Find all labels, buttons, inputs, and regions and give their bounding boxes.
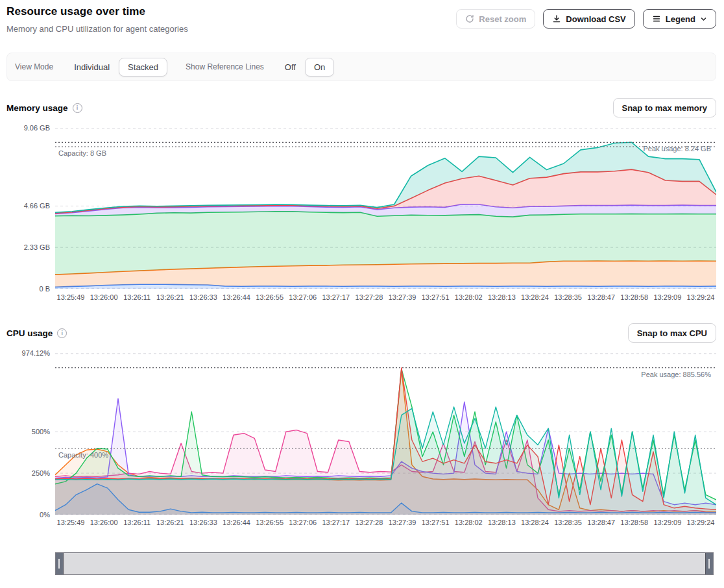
- memory-section-header: Memory usage Snap to max memory: [6, 98, 716, 117]
- x-axis-tick-label: 13:28:47: [587, 519, 615, 526]
- x-axis-tick-label: 13:27:17: [322, 519, 350, 526]
- memory-info-icon[interactable]: [73, 103, 82, 113]
- x-axis-tick-label: 13:27:28: [356, 519, 383, 526]
- y-axis-tick-label: 250%: [32, 469, 50, 477]
- x-axis-tick-label: 13:29:24: [687, 293, 715, 301]
- view-mode-stacked-option[interactable]: Stacked: [119, 58, 167, 77]
- x-axis-tick-label: 13:28:24: [521, 293, 549, 301]
- x-axis-tick-label: 13:27:51: [422, 519, 450, 526]
- view-mode-individual-option[interactable]: Individual: [65, 58, 119, 77]
- x-axis-tick-label: 13:28:58: [620, 293, 648, 301]
- x-axis-tick-label: 13:25:49: [57, 519, 85, 526]
- x-axis-tick-label: 13:26:11: [123, 293, 151, 301]
- cpu-chart: 0%250%500%974.12% Capacity: 400%Peak usa…: [0, 353, 724, 532]
- x-axis-tick-label: 13:28:13: [488, 519, 516, 526]
- header-actions: Reset zoom Download CSV Legend: [456, 9, 716, 29]
- download-csv-label: Download CSV: [566, 14, 625, 24]
- x-axis-tick-label: 13:27:51: [422, 293, 450, 301]
- chart-controls-toolbar: View Mode Individual Stacked Show Refere…: [6, 53, 716, 81]
- y-axis-tick-label: 500%: [32, 428, 50, 435]
- memory-chart: 0 B2.33 GB4.66 GB9.06 GB Capacity: 8 GBP…: [0, 128, 724, 306]
- download-icon: [552, 14, 561, 23]
- x-axis-tick-label: 13:26:33: [189, 519, 217, 526]
- x-axis-tick-label: 13:28:02: [455, 519, 483, 526]
- page-title: Resource usage over time: [6, 5, 145, 18]
- reset-zoom-button[interactable]: Reset zoom: [456, 9, 535, 29]
- x-axis-tick-label: 13:28:47: [587, 293, 615, 301]
- y-axis-tick-label: 2.33 GB: [24, 243, 50, 251]
- y-axis-tick-label: 9.06 GB: [24, 124, 50, 132]
- series-teal-area: [55, 407, 716, 515]
- cpu-plot-area[interactable]: [55, 353, 716, 515]
- x-axis-tick-label: 13:26:55: [256, 519, 284, 526]
- cpu-section-title: CPU usage: [6, 328, 53, 338]
- x-axis-tick-label: 13:28:35: [554, 519, 582, 526]
- x-axis-tick-label: 13:26:00: [90, 519, 118, 526]
- x-axis-tick-label: 13:29:24: [687, 519, 715, 526]
- memory-plot-area[interactable]: [55, 128, 716, 289]
- reference-lines-on-option[interactable]: On: [305, 58, 334, 77]
- x-axis-tick-label: 13:28:24: [521, 519, 549, 526]
- brush-handle-right[interactable]: [705, 553, 713, 574]
- memory-y-axis: 0 B2.33 GB4.66 GB9.06 GB: [0, 128, 50, 306]
- snap-to-max-cpu-button[interactable]: Snap to max CPU: [628, 323, 716, 343]
- legend-label: Legend: [666, 14, 695, 24]
- show-reference-lines-label: Show Reference Lines: [186, 62, 264, 71]
- download-csv-button[interactable]: Download CSV: [543, 9, 634, 29]
- x-axis-tick-label: 13:28:58: [620, 519, 648, 526]
- resource-usage-dashboard: Resource usage over time Memory and CPU …: [0, 0, 724, 588]
- x-axis-tick-label: 13:27:06: [289, 519, 317, 526]
- list-icon: [652, 14, 661, 23]
- y-axis-tick-label: 0%: [40, 511, 50, 519]
- legend-button[interactable]: Legend: [643, 9, 716, 29]
- reset-zoom-label: Reset zoom: [479, 14, 526, 24]
- y-axis-tick-label: 4.66 GB: [24, 202, 50, 210]
- x-axis-tick-label: 13:28:02: [455, 293, 483, 301]
- x-axis-tick-label: 13:26:11: [123, 519, 151, 526]
- cpu-y-axis: 0%250%500%974.12%: [0, 353, 50, 532]
- x-axis-tick-label: 13:27:39: [389, 293, 416, 301]
- y-axis-tick-label: 0 B: [39, 285, 50, 293]
- page-subtitle: Memory and CPU utilization for agent cat…: [6, 24, 188, 34]
- x-axis-tick-label: 13:26:44: [223, 519, 250, 526]
- x-axis-tick-label: 13:26:33: [189, 293, 217, 301]
- x-axis-tick-label: 13:26:55: [256, 293, 284, 301]
- cpu-info-icon[interactable]: [57, 328, 67, 338]
- x-axis-tick-label: 13:27:17: [322, 293, 350, 301]
- chevron-down-icon: [700, 16, 707, 23]
- brush-handle-left[interactable]: [56, 553, 64, 574]
- x-axis-tick-label: 13:28:13: [488, 293, 516, 301]
- time-range-brush[interactable]: [55, 552, 714, 575]
- reference-lines-off-option[interactable]: Off: [276, 58, 305, 77]
- x-axis-tick-label: 13:27:28: [356, 293, 383, 301]
- x-axis-tick-label: 13:27:39: [389, 519, 416, 526]
- x-axis-tick-label: 13:28:35: [554, 293, 582, 301]
- x-axis-tick-label: 13:25:49: [57, 293, 85, 301]
- x-axis-tick-label: 13:29:09: [653, 293, 681, 301]
- x-axis-tick-label: 13:26:44: [223, 293, 250, 301]
- x-axis-tick-label: 13:29:09: [653, 519, 681, 526]
- x-axis-tick-label: 13:27:06: [289, 293, 317, 301]
- x-axis-tick-label: 13:26:00: [90, 293, 118, 301]
- view-mode-label: View Mode: [15, 62, 53, 71]
- memory-x-axis: 13:25:4913:26:0013:26:1113:26:2113:26:33…: [55, 293, 716, 304]
- x-axis-tick-label: 13:26:21: [156, 293, 184, 301]
- cpu-x-axis: 13:25:4913:26:0013:26:1113:26:2113:26:33…: [55, 519, 716, 529]
- memory-section-title: Memory usage: [6, 103, 68, 113]
- snap-to-max-memory-button[interactable]: Snap to max memory: [613, 98, 717, 117]
- y-axis-tick-label: 974.12%: [22, 349, 50, 357]
- x-axis-tick-label: 13:26:21: [156, 519, 184, 526]
- refresh-icon: [465, 14, 474, 23]
- cpu-section-header: CPU usage Snap to max CPU: [6, 323, 716, 343]
